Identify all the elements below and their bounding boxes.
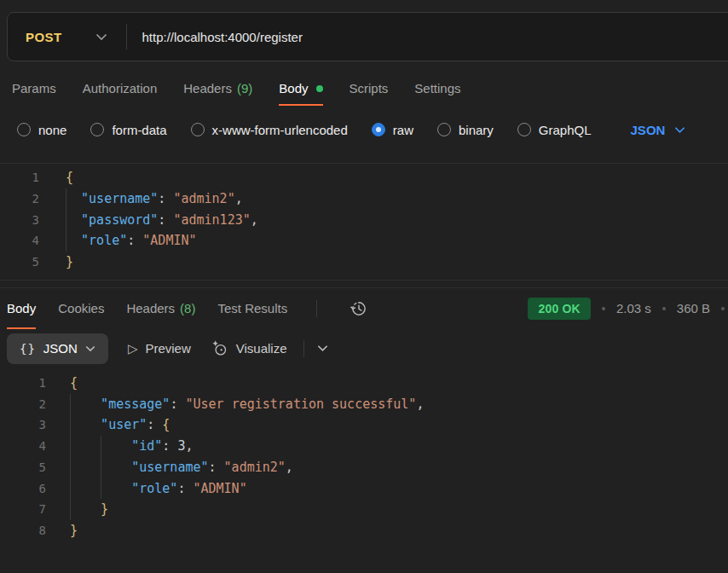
line-number: 5: [0, 252, 39, 273]
tab-body[interactable]: Body: [279, 76, 322, 106]
token-key: "username": [81, 191, 158, 206]
token-punct: :: [177, 481, 193, 496]
dot-separator: [602, 307, 605, 310]
radio-selected-icon: [372, 123, 385, 136]
token-punct: ,: [251, 212, 258, 228]
token-key: "id": [131, 438, 162, 454]
code-line[interactable]: 3"password": "admin123",: [0, 210, 728, 231]
token-brace: {: [70, 375, 78, 391]
line-number: 4: [0, 230, 39, 252]
code-line[interactable]: 2"username": "admin2",: [0, 188, 728, 210]
indent-guide: [101, 457, 131, 478]
code-text[interactable]: {: [66, 167, 73, 188]
radio-icon: [17, 123, 31, 136]
chevron-down-icon: [95, 33, 107, 41]
code-text: "role": "ADMIN": [70, 478, 247, 500]
more-actions-button[interactable]: [317, 344, 328, 352]
token-str: "ADMIN": [142, 233, 196, 248]
method-label: POST: [26, 30, 61, 44]
token-brace: {: [66, 170, 73, 185]
indent-guide: [70, 414, 101, 436]
chevron-down-icon: [674, 126, 685, 134]
tab-authorization[interactable]: Authorization: [83, 76, 158, 106]
token-key: "message": [101, 396, 170, 412]
code-line[interactable]: 4"role": "ADMIN": [0, 230, 728, 252]
unsaved-changes-dot: [316, 85, 323, 92]
radio-graphql[interactable]: GraphQL: [517, 123, 592, 137]
code-text[interactable]: }: [66, 252, 73, 273]
response-tab-cookies[interactable]: Cookies: [58, 288, 104, 329]
radio-label: GraphQL: [539, 123, 592, 137]
code-text[interactable]: "username": "admin2",: [66, 188, 243, 210]
tab-settings[interactable]: Settings: [414, 76, 460, 106]
response-history-button[interactable]: [350, 299, 368, 318]
line-number: 5: [0, 457, 46, 478]
token-key: "user": [101, 417, 147, 432]
response-toolbar: {} JSON ▷ Preview Visualize: [0, 333, 728, 365]
headers-count-badge: (9): [237, 81, 252, 96]
request-tabs: Params Authorization Headers(9) Body Scr…: [0, 76, 728, 106]
line-number: 3: [0, 414, 46, 436]
token-key: "username": [131, 460, 208, 475]
code-line: 1{: [0, 373, 728, 394]
radio-form-data[interactable]: form-data: [90, 123, 166, 137]
dot-separator: [721, 307, 725, 310]
radio-label: raw: [393, 123, 413, 137]
line-number: 3: [0, 210, 39, 231]
code-line: 7}: [0, 499, 728, 520]
radio-label: form-data: [112, 123, 166, 137]
radio-none[interactable]: none: [17, 123, 66, 137]
response-tabs: Body Cookies Headers(8) Test Results: [7, 288, 368, 329]
tab-label: Authorization: [83, 81, 158, 96]
radio-label: none: [38, 123, 66, 137]
radio-raw[interactable]: raw: [372, 123, 413, 137]
code-line[interactable]: 5}: [0, 252, 728, 273]
code-text[interactable]: "role": "ADMIN": [66, 230, 197, 252]
tab-label: Body: [279, 81, 308, 96]
radio-x-www-form-urlencoded[interactable]: x-www-form-urlencoded: [191, 123, 348, 137]
code-line: 6"role": "ADMIN": [0, 478, 728, 500]
tab-params[interactable]: Params: [12, 76, 56, 106]
divider: [316, 300, 317, 317]
visualize-button[interactable]: Visualize: [211, 339, 287, 357]
radio-icon: [90, 123, 104, 136]
token-key: "role": [131, 481, 177, 496]
response-tab-headers[interactable]: Headers(8): [126, 288, 195, 329]
token-key: "password": [81, 212, 158, 228]
response-body-editor: 1{2"message": "User registration success…: [0, 373, 728, 541]
code-line: 5"username": "admin2",: [0, 457, 728, 478]
tab-label: Headers: [126, 301, 175, 315]
response-tab-body[interactable]: Body: [7, 288, 36, 329]
language-label: JSON: [631, 123, 666, 137]
chevron-down-icon: [317, 344, 328, 352]
url-input[interactable]: http://localhost:4000/register: [142, 30, 302, 44]
token-punct: :: [162, 438, 177, 454]
token-punct: :: [158, 191, 173, 206]
raw-language-select[interactable]: JSON: [631, 123, 686, 137]
indent-guide: [70, 499, 101, 520]
token-punct: ,: [235, 191, 243, 206]
token-punct: :: [170, 396, 185, 412]
indent-guide: [66, 188, 81, 210]
response-tab-test-results[interactable]: Test Results: [217, 288, 287, 329]
line-number: 1: [0, 373, 46, 394]
code-text: }: [70, 520, 78, 541]
radio-icon: [437, 123, 451, 136]
code-text[interactable]: "password": "admin123",: [66, 210, 258, 231]
line-number: 1: [0, 167, 39, 188]
method-select[interactable]: POST: [8, 30, 107, 44]
response-format-select[interactable]: {} JSON: [7, 333, 108, 364]
code-line[interactable]: 1{: [0, 167, 728, 188]
code-text: "username": "admin2",: [70, 457, 293, 478]
chevron-down-icon: [85, 345, 95, 352]
tab-headers[interactable]: Headers(9): [183, 76, 252, 106]
preview-button[interactable]: ▷ Preview: [128, 341, 191, 356]
radio-binary[interactable]: binary: [437, 123, 494, 137]
tab-scripts[interactable]: Scripts: [350, 76, 389, 106]
response-meta: 200 OK 2.03 s 360 B: [528, 288, 723, 329]
code-text: "message": "User registration successful…: [70, 394, 424, 415]
radio-label: x-www-form-urlencoded: [212, 123, 348, 137]
indent-guide: [101, 436, 131, 457]
response-header: Body Cookies Headers(8) Test Results 200…: [0, 288, 728, 329]
tab-label: Body: [7, 301, 36, 315]
